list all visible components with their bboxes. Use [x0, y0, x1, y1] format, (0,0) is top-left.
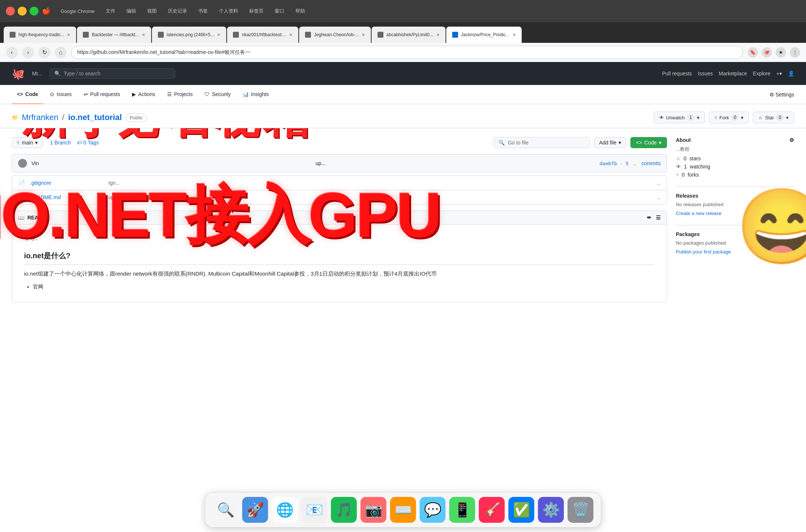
nav-item-code[interactable]: <> Code — [12, 85, 43, 104]
unwatch-button[interactable]: 👁 Unwatch 1 ▾ — [654, 112, 705, 123]
tab-close-3[interactable]: ✕ — [217, 33, 220, 37]
address-bar[interactable]: https://github.com/Mrfranken/io.net_tuto… — [71, 46, 743, 59]
readme-list-link[interactable]: 官网 — [33, 284, 43, 290]
close-button[interactable] — [6, 7, 15, 16]
branches-link[interactable]: 1 Branch — [50, 140, 71, 146]
dock-icon-terminal[interactable]: ⌨️ — [390, 497, 416, 523]
browser-menu-profile[interactable]: 个人资料 — [219, 8, 238, 14]
dock-icon-music[interactable]: 🎸 — [479, 497, 505, 523]
github-logo[interactable]: 🐙 — [12, 68, 25, 80]
nav-item-actions[interactable]: ▶ Actions — [127, 85, 160, 104]
repo-header: 📁 Mrfranken / io.net_tutorial Public 👁 U… — [0, 104, 806, 128]
file-name-readme[interactable]: README.md — [30, 194, 104, 200]
create-release-link[interactable]: Create a new release — [676, 211, 722, 216]
tab-6[interactable]: abcabhishek/PyLimit0... ✕ — [372, 27, 446, 43]
browser-menu-history[interactable]: 历史记录 — [168, 8, 187, 14]
add-file-button[interactable]: Add file ▾ — [594, 137, 626, 148]
tab-1[interactable]: high-frequency-tradin... ✕ — [4, 27, 76, 43]
settings-gear-icon[interactable]: ⚙ — [789, 137, 794, 143]
branch-selector[interactable]: ⑂ main ▾ — [12, 137, 43, 148]
browser-menu-bookmarks[interactable]: 书签 — [198, 8, 208, 14]
github-search[interactable]: 🔍 Type / to search — [50, 68, 175, 79]
dock-icon-launchpad[interactable]: 🚀 — [242, 497, 268, 523]
go-to-file-input[interactable]: 🔍 Go to file — [494, 137, 590, 148]
star-button[interactable]: ☆ Star 0 ▾ — [753, 112, 794, 123]
dock-icon-settings[interactable]: ⚙️ — [538, 497, 564, 523]
tags-link[interactable]: 🏷 0 Tags — [77, 140, 99, 146]
table-row: 📄 README.md upu... ... — [12, 190, 667, 204]
reload-button[interactable]: ↻ — [38, 47, 50, 58]
header-link-2[interactable]: Issues — [698, 71, 713, 76]
commits-count-link[interactable]: commits — [641, 160, 661, 166]
browser-menu-help[interactable]: 帮助 — [295, 8, 305, 14]
forward-button[interactable]: › — [22, 47, 34, 58]
dock-icon-messages[interactable]: 💬 — [420, 497, 446, 523]
dock-icon-spotify[interactable]: 🎵 — [331, 497, 357, 523]
star-chevron[interactable]: ▾ — [786, 115, 789, 120]
minimize-button[interactable] — [18, 7, 27, 16]
nav-item-issues[interactable]: ⊙ Issues — [45, 85, 77, 104]
back-button[interactable]: ‹ — [6, 47, 18, 58]
sidebar: About ⚙ ...教程 ☆ 0 stars 👁 1 watching ⑂ 0 — [676, 137, 794, 302]
nav-item-projects[interactable]: ☰ Projects — [162, 85, 198, 104]
extension-icon-4[interactable]: ⋮ — [790, 47, 800, 58]
dock-icon-mail[interactable]: 📧 — [301, 497, 327, 523]
tab-3[interactable]: latencies.png (2466×5... ✕ — [152, 27, 226, 43]
extension-icon-2[interactable]: 🐙 — [762, 47, 772, 58]
commit-hash[interactable]: daebfb · 5 — [600, 161, 629, 166]
tab-7-active[interactable]: Jackmzw/Price_Predic... ✕ — [446, 27, 522, 43]
fork-button[interactable]: ⑂ Fork 0 ▾ — [709, 112, 749, 123]
browser-menu-edit[interactable]: 编辑 — [126, 8, 136, 14]
tab-label-7: Jackmzw/Price_Predic... — [461, 32, 509, 37]
nav-item-insights[interactable]: 📊 Insights — [237, 85, 274, 104]
file-toolbar: ⑂ main ▾ 1 Branch 🏷 0 Tags — [12, 137, 667, 148]
header-link-4[interactable]: Explore — [753, 71, 770, 76]
nav-item-security[interactable]: 🛡 Security — [199, 85, 236, 104]
file-commit-gitignore: Ign... — [108, 180, 652, 186]
tab-close-2[interactable]: ✕ — [142, 33, 145, 37]
dock-icon-photos[interactable]: 📷 — [360, 497, 386, 523]
browser-menu-google-chrome[interactable]: Google Chrome — [61, 8, 95, 14]
tab-close-6[interactable]: ✕ — [436, 33, 440, 37]
home-button[interactable]: ⌂ — [55, 47, 67, 58]
readme-edit-icon[interactable]: ✏ — [647, 215, 651, 221]
github-header: 🐙 Mr... 🔍 Type / to search Pull requests… — [0, 62, 806, 85]
dock-icon-finder[interactable]: 🔍 — [213, 497, 238, 523]
repo-owner[interactable]: Mrfranken — [22, 113, 58, 122]
file-name-gitignore[interactable]: .gitignore — [30, 180, 104, 186]
tab-close-7[interactable]: ✕ — [512, 33, 516, 37]
browser-menu-window[interactable]: 窗口 — [275, 8, 284, 14]
header-link-1[interactable]: Pull requests — [662, 71, 692, 76]
sidebar-divider-2 — [676, 225, 794, 225]
tab-bar: high-frequency-tradin... ✕ Backtester — … — [0, 22, 806, 43]
tab-2[interactable]: Backtester — hftbackt... ✕ — [77, 27, 151, 43]
unwatch-chevron[interactable]: ▾ — [697, 115, 700, 120]
unwatch-count: 1 — [687, 114, 695, 121]
tab-close-1[interactable]: ✕ — [67, 33, 70, 37]
browser-menu-view[interactable]: 视图 — [147, 8, 157, 14]
tab-5[interactable]: Jeghwan-Cheon/lob-... ✕ — [299, 27, 371, 43]
extension-icon-1[interactable]: 🔖 — [748, 47, 758, 58]
readme-body: 引导, io.net是什么? io.net组建了一个中心化计算网络，跟rende… — [12, 225, 667, 302]
nav-item-pullrequests[interactable]: ⇌ Pull requests — [78, 85, 125, 104]
browser-menu-tags[interactable]: 标签页 — [249, 8, 264, 14]
tab-close-5[interactable]: ✕ — [362, 33, 365, 37]
header-avatar[interactable]: 👤 — [788, 71, 794, 76]
settings-item[interactable]: ⚙ Settings — [769, 92, 794, 98]
browser-menu-file[interactable]: 文件 — [106, 8, 115, 14]
readme-list-icon[interactable]: ☰ — [656, 215, 661, 221]
maximize-button[interactable] — [30, 7, 38, 16]
dock-icon-trash[interactable]: 🗑️ — [568, 497, 593, 523]
tab-close-4[interactable]: ✕ — [289, 33, 292, 37]
header-link-3[interactable]: Marketplace — [719, 71, 747, 76]
fork-chevron[interactable]: ▾ — [741, 115, 744, 120]
dock-icon-facetime[interactable]: 📱 — [449, 497, 475, 523]
publish-package-link[interactable]: Publish your first package — [676, 249, 731, 255]
header-link-5[interactable]: +▾ — [776, 71, 782, 76]
extension-icon-3[interactable]: ★ — [776, 47, 786, 58]
tab-4[interactable]: nkaz001/hftbacktest:... ✕ — [227, 27, 298, 43]
dock-icon-safari[interactable]: 🌐 — [272, 497, 298, 523]
code-dropdown-button[interactable]: <> Code ▾ — [630, 137, 667, 148]
dock-icon-reminders[interactable]: ✅ — [508, 497, 534, 523]
repo-name[interactable]: io.net_tutorial — [68, 113, 122, 122]
